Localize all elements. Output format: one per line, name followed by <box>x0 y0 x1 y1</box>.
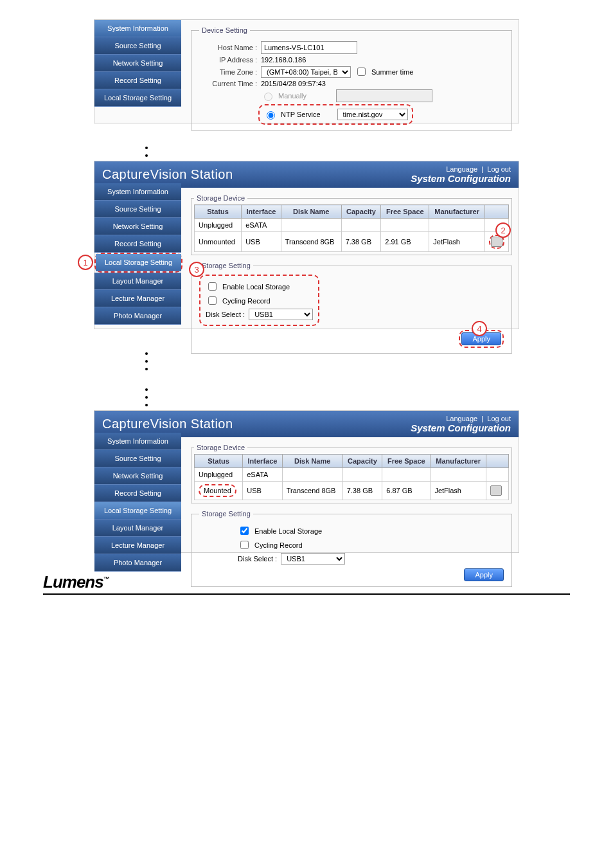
device-setting-group: Device Setting Host Name : IP Address : … <box>191 26 512 131</box>
nav-label: System Information <box>107 24 168 32</box>
device-setting-content: Device Setting Host Name : IP Address : … <box>184 20 519 141</box>
cycling-record-checkbox[interactable] <box>240 541 249 549</box>
sidebar: System Information Source Setting Networ… <box>94 183 181 325</box>
callout-1: 1 <box>78 255 93 270</box>
enable-local-storage-checkbox[interactable] <box>240 527 249 535</box>
ntp-callout: NTP Service time.nist.gov <box>258 104 413 125</box>
sidebar-item-layout[interactable]: Layout Manager <box>94 520 181 537</box>
bullet-group <box>154 384 587 404</box>
callout-3: 3 <box>189 262 204 277</box>
ip-value: 192.168.0.186 <box>261 56 306 64</box>
storage-setting-group: Storage Setting 3 Enable Local Storage C… <box>191 262 512 354</box>
storage-panel-annotated: CaptureVision Station Language | Log out… <box>94 161 519 329</box>
table-header: Status Interface Disk Name Capacity Free… <box>195 455 509 468</box>
sidebar-item-system-info[interactable]: System Information <box>94 20 181 37</box>
storage-content: Storage Device Status Interface Disk Nam… <box>184 437 519 597</box>
language-link[interactable]: Language <box>446 415 477 422</box>
storage-device-legend: Storage Device <box>194 194 247 202</box>
sidebar: System Information Source Setting Networ… <box>94 433 181 572</box>
ntp-radio[interactable] <box>267 111 275 120</box>
sidebar-item-lecture[interactable]: Lecture Manager <box>94 537 181 554</box>
curtime-value: 2015/04/28 09:57:43 <box>261 80 326 87</box>
sidebar-item-source[interactable]: Source Setting <box>94 450 181 467</box>
storage-device-table: Status Interface Disk Name Capacity Free… <box>194 204 509 252</box>
system-configuration-label: System Configuration <box>411 173 511 184</box>
language-link[interactable]: Language <box>446 165 477 173</box>
timezone-select[interactable]: (GMT+08:00) Taipei, Be <box>261 66 351 78</box>
ntp-label: NTP Service <box>281 111 321 118</box>
host-name-label: Host Name : <box>199 44 257 51</box>
callout-2: 2 <box>495 222 511 238</box>
storage-device-legend: Storage Device <box>194 444 247 451</box>
storage-setting-legend: Storage Setting <box>199 510 253 518</box>
sidebar: System Information Source Setting Networ… <box>94 20 181 107</box>
sidebar-item-source[interactable]: Source Setting <box>94 201 181 218</box>
table-row: Unmounted USB Transcend 8GB 7.38 GB 2.91… <box>195 232 509 252</box>
logout-link[interactable]: Log out <box>487 415 511 422</box>
sidebar-item-record[interactable]: Record Setting <box>94 72 181 89</box>
storage-setting-group: Storage Setting Enable Local Storage Cyc… <box>191 510 512 587</box>
device-setting-legend: Device Setting <box>199 26 250 34</box>
tz-label: Time Zone : <box>199 68 257 76</box>
sidebar-item-layout[interactable]: Layout Manager <box>94 273 181 290</box>
nav-label: Source Setting <box>114 42 161 50</box>
storage-panel-mounted: CaptureVision Station Language | Log out… <box>94 410 519 553</box>
topbar-right: Language | Log out System Configuration <box>411 415 511 433</box>
summer-time-checkbox[interactable] <box>357 68 366 76</box>
sidebar-item-local-storage[interactable]: Local Storage Setting <box>96 254 181 271</box>
bullet-spacer <box>154 150 587 154</box>
brand-title: CaptureVision Station <box>102 167 233 182</box>
system-configuration-label: System Configuration <box>411 422 511 433</box>
storage-setting-legend: Storage Setting <box>199 262 253 269</box>
nav-label: Local Storage Setting <box>104 94 172 102</box>
nav-label: Network Setting <box>113 59 163 67</box>
sidebar-item-system-info[interactable]: System Information <box>94 433 181 450</box>
device-setting-panel: System Information Source Setting Networ… <box>94 19 519 123</box>
logout-link[interactable]: Log out <box>487 165 511 173</box>
disk-select[interactable]: USB1 <box>249 309 313 320</box>
storage-device-group: Storage Device Status Interface Disk Nam… <box>191 444 512 503</box>
callout-4: 4 <box>472 321 487 336</box>
table-header: Status Interface Disk Name Capacity Free… <box>195 205 509 219</box>
disk-select-label: Disk Select : <box>238 555 277 563</box>
bullet-spacer <box>154 143 587 147</box>
table-row: Unplugged eSATA 2 <box>195 219 509 232</box>
ip-label: IP Address : <box>199 56 257 64</box>
sidebar-item-network[interactable]: Network Setting <box>94 218 181 235</box>
sidebar-item-lecture[interactable]: Lecture Manager <box>94 290 181 307</box>
ntp-server-select[interactable]: time.nist.gov <box>337 109 408 120</box>
format-disk-icon[interactable] <box>490 485 502 496</box>
disk-select-label: Disk Select : <box>206 311 245 318</box>
host-name-input[interactable] <box>261 41 357 54</box>
table-row: Mounted USB Transcend 8GB 7.38 GB 6.87 G… <box>195 482 509 500</box>
sidebar-item-network[interactable]: Network Setting <box>94 467 181 485</box>
manually-label: Manually <box>278 92 306 100</box>
sidebar-item-local-storage[interactable]: Local Storage Setting <box>94 89 181 107</box>
table-row: Unplugged eSATA <box>195 468 509 482</box>
nav-label: Record Setting <box>114 77 161 84</box>
storage-device-table: Status Interface Disk Name Capacity Free… <box>194 454 509 500</box>
sidebar-item-network[interactable]: Network Setting <box>94 55 181 72</box>
storage-content: Storage Device Status Interface Disk Nam… <box>184 188 519 364</box>
sidebar-item-system-info[interactable]: System Information <box>94 183 181 201</box>
topbar-right: Language | Log out System Configuration <box>411 165 511 184</box>
cycling-record-checkbox[interactable] <box>208 296 217 305</box>
disk-select[interactable]: USB1 <box>281 553 345 565</box>
storage-device-group: Storage Device Status Interface Disk Nam… <box>191 194 512 255</box>
sidebar-item-photo[interactable]: Photo Manager <box>94 554 181 572</box>
manually-radio[interactable] <box>264 93 272 101</box>
sidebar-item-record[interactable]: Record Setting <box>94 235 181 253</box>
sidebar-item-local-storage[interactable]: Local Storage Setting <box>94 502 181 520</box>
sidebar-item-record[interactable]: Record Setting <box>94 485 181 502</box>
mounted-status-callout: Mounted <box>199 484 236 497</box>
apply-button[interactable]: Apply <box>464 568 504 581</box>
sidebar-item-source[interactable]: Source Setting <box>94 37 181 55</box>
curtime-label: Current Time : <box>199 80 257 87</box>
manually-input <box>336 89 432 102</box>
sidebar-item-photo[interactable]: Photo Manager <box>94 307 181 325</box>
summer-time-label: Summer time <box>371 68 413 76</box>
format-disk-icon[interactable] <box>491 237 502 247</box>
brand-title: CaptureVision Station <box>102 417 233 431</box>
enable-local-storage-checkbox[interactable] <box>208 282 217 291</box>
